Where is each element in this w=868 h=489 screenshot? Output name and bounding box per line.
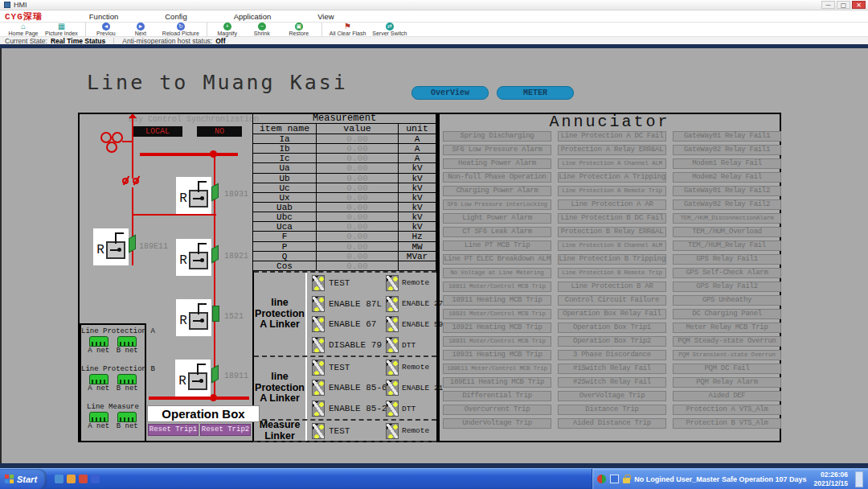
measurement-unit: kV xyxy=(398,192,436,202)
linker-switch-icon[interactable] xyxy=(386,275,399,291)
linker-switch-icon[interactable] xyxy=(386,337,399,353)
net-port-label: A net xyxy=(88,422,109,430)
measurement-value: 0.00 xyxy=(316,173,398,183)
linker-switch-icon[interactable] xyxy=(312,275,325,291)
breaker-device[interactable]: R xyxy=(93,228,129,265)
measurement-item-name: Ib xyxy=(253,143,316,153)
meter-button[interactable]: METER xyxy=(497,86,574,100)
net-port-label: B net xyxy=(117,347,138,355)
annunciator-tile: GPS Unheathy xyxy=(673,295,781,306)
reset-trip1-button[interactable]: Reset Trip1 xyxy=(148,424,199,436)
quick-launch-icon[interactable] xyxy=(79,475,88,483)
menu-config[interactable]: Config xyxy=(165,12,186,21)
net-group-name: Line Protection A xyxy=(81,327,145,335)
shrink-icon: − xyxy=(258,23,266,31)
column-header-value: value xyxy=(316,123,398,134)
quick-launch-icon[interactable] xyxy=(67,475,76,483)
annunciator-tile: GateWay02 Relay Fail2 xyxy=(673,199,781,210)
annunciator-tile: No Voltage at Line Metering xyxy=(443,268,551,278)
picture-index-icon: ▦ xyxy=(57,23,65,31)
breaker-device[interactable]: R xyxy=(176,299,211,336)
tray-app-icon[interactable] xyxy=(610,475,619,483)
reload-picture-button[interactable]: ↻ Reload Picture xyxy=(159,23,203,36)
linker-switch-icon[interactable] xyxy=(386,380,399,396)
start-button[interactable]: Start xyxy=(0,469,47,489)
annunciator-tile: Protection B Relay ERR&AL xyxy=(558,227,666,237)
linker-switch-icon[interactable] xyxy=(386,316,399,332)
measurement-value: 0.00 xyxy=(316,162,398,172)
breaker-r-label: R xyxy=(179,191,187,206)
safety-shield-icon[interactable] xyxy=(597,475,606,483)
server-switch-button[interactable]: ⇄ Server Switch xyxy=(369,23,410,36)
quick-launch-icon[interactable] xyxy=(55,475,63,483)
annunciator-title: Annuciator xyxy=(440,113,780,131)
measurement-value: 0.00 xyxy=(316,143,398,153)
show-desktop-button[interactable] xyxy=(855,471,863,487)
breaker-symbol-icon xyxy=(189,252,208,269)
linker-switch-icon[interactable] xyxy=(312,316,325,332)
toolbar: ⌂ Home Page ▦ Picture Index ◄ Previou ► … xyxy=(0,23,868,37)
breaker-device[interactable]: R xyxy=(176,239,211,276)
sync-no-indicator: NO xyxy=(197,126,242,137)
linker-switch-icon[interactable] xyxy=(312,360,325,376)
linker-switch-icon[interactable] xyxy=(386,360,399,376)
breaker-device[interactable]: R xyxy=(175,360,211,397)
linker-switch-icon[interactable] xyxy=(386,423,399,439)
reload-icon: ↻ xyxy=(177,23,185,31)
annunciator-tile: 18931 Heating MCB Trip xyxy=(443,350,551,360)
measurement-item-name: P xyxy=(253,241,316,251)
previous-button[interactable]: ◄ Previou xyxy=(85,23,122,36)
home-page-button[interactable]: ⌂ Home Page xyxy=(5,23,42,36)
all-clear-flash-button[interactable]: ⚑ All Clear Flash xyxy=(321,23,370,36)
magnify-button[interactable]: + Magnify xyxy=(207,23,244,36)
linker-switch-icon[interactable] xyxy=(386,296,399,312)
next-button[interactable]: ► Next xyxy=(122,23,159,36)
net-port: A net xyxy=(88,412,109,430)
clear-flash-icon: ⚑ xyxy=(344,23,352,31)
linker-switch-label: TEST xyxy=(329,426,350,436)
annunciator-tile: Protection A VTS_Alm xyxy=(673,405,781,415)
menu-application[interactable]: Application xyxy=(234,12,271,21)
magnify-icon: + xyxy=(223,23,231,31)
measurement-value: 0.00 xyxy=(316,202,398,212)
minimize-button[interactable]: ─ xyxy=(821,1,835,9)
next-icon: ► xyxy=(137,23,145,31)
annunciator-tile: Line PT ELEC Breakdown ALM xyxy=(443,254,551,265)
operation-box-buttons: Reset Trip1 Reset Trip2 xyxy=(148,424,251,436)
linker-switch-icon[interactable] xyxy=(312,401,325,417)
linker-switch-icon[interactable] xyxy=(312,337,325,353)
switch-1521-icon[interactable] xyxy=(212,306,219,322)
operation-box-title: Operation Box xyxy=(147,405,260,422)
measurement-item-name: F xyxy=(253,231,316,240)
picture-index-button[interactable]: ▦ Picture Index xyxy=(42,23,81,36)
measurement-item-name: Uc xyxy=(253,183,316,192)
overview-button[interactable]: OverView xyxy=(411,86,489,100)
reset-trip2-button[interactable]: Reset Trip2 xyxy=(200,424,251,436)
linker-switch-icon[interactable] xyxy=(312,296,325,312)
linker-section: line Protection A Linker TEST Remote ENA… xyxy=(254,271,436,355)
linker-switch-icon[interactable] xyxy=(312,380,325,396)
server-switch-icon: ⇄ xyxy=(386,23,394,31)
disconnector-icon xyxy=(122,178,129,184)
linker-switch-icon[interactable] xyxy=(386,401,399,417)
measurement-unit: MW xyxy=(398,241,436,251)
maximize-button[interactable]: ▢ xyxy=(837,1,850,9)
linker-section-name: Measure Linker xyxy=(254,421,305,441)
feeder-line xyxy=(132,187,133,265)
breaker-device[interactable]: R xyxy=(176,177,211,214)
measurement-value: 0.00 xyxy=(316,212,398,221)
menu-view[interactable]: View xyxy=(317,12,334,21)
shrink-button[interactable]: − Shrink xyxy=(244,23,280,36)
close-button[interactable]: ✕ xyxy=(852,1,866,9)
linker-switch-icon[interactable] xyxy=(312,423,325,439)
annunciator-tile: SF6 Low Pressure interLocking xyxy=(443,199,551,210)
linker-switch-label: TEST xyxy=(329,278,350,288)
quick-launch-icon[interactable] xyxy=(91,475,100,483)
annunciator-tile: Line Protection B Remote Trip xyxy=(558,268,666,278)
window-titlebar: HMI ─ ▢ ✕ xyxy=(0,0,868,10)
annunciator-tile: Charging Power Alarm xyxy=(443,186,551,196)
annunciator-tile: Modem2 Relay Fail xyxy=(673,172,781,183)
restore-button[interactable]: ▣ Restore xyxy=(280,23,317,36)
menu-function[interactable]: Function xyxy=(89,12,118,21)
net-group: Line Protection A A net B net xyxy=(81,327,145,365)
